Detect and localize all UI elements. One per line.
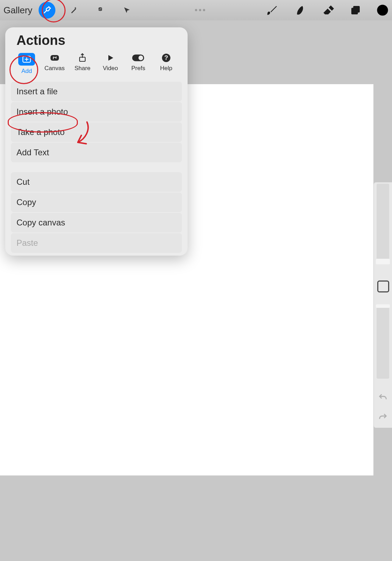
smudge-icon [294, 4, 306, 16]
actions-popover: Actions Add Canvas Share [5, 27, 188, 256]
gallery-button[interactable]: Gallery [4, 5, 32, 16]
action-copy-canvas[interactable]: Copy canvas [11, 213, 182, 232]
redo-button[interactable] [378, 412, 388, 424]
top-left-tools [39, 2, 135, 19]
tab-label: Help [160, 65, 172, 72]
actions-button[interactable] [39, 2, 55, 19]
tab-label: Share [75, 65, 90, 72]
adjustments-button[interactable] [65, 2, 82, 19]
add-image-icon [18, 53, 35, 66]
actions-list: Insert a file Insert a photo Take a phot… [5, 82, 188, 253]
selection-button[interactable] [92, 2, 109, 19]
tab-add[interactable]: Add [14, 53, 39, 75]
action-take-photo[interactable]: Take a photo [11, 122, 182, 142]
tab-prefs[interactable]: Prefs [126, 53, 150, 75]
transform-button[interactable] [119, 2, 135, 19]
layers-icon [350, 5, 361, 16]
tab-label: Video [103, 65, 118, 72]
svg-point-2 [377, 5, 388, 15]
top-right-tools [266, 4, 388, 16]
question-icon: ? [160, 53, 173, 63]
svg-text:?: ? [164, 54, 168, 61]
action-insert-photo[interactable]: Insert a photo [11, 102, 182, 122]
smudge-button[interactable] [294, 4, 306, 16]
eraser-button[interactable] [322, 4, 334, 16]
tab-label: Add [21, 68, 32, 75]
undo-icon [378, 393, 388, 403]
tab-label: Canvas [45, 65, 65, 72]
tab-label: Prefs [131, 65, 146, 72]
brush-button[interactable] [266, 4, 278, 16]
color-circle-icon [377, 4, 388, 16]
toggle-icon [132, 53, 144, 63]
modify-handle[interactable]: ••• [135, 5, 266, 15]
popover-title: Actions [5, 32, 188, 53]
canvas-crop-icon [48, 53, 61, 63]
undo-button[interactable] [378, 393, 388, 404]
tab-video[interactable]: Video [98, 53, 123, 75]
tab-share[interactable]: Share [70, 53, 95, 75]
cursor-arrow-icon [123, 6, 131, 14]
layers-button[interactable] [350, 5, 361, 16]
app-root: Gallery ••• [0, 0, 392, 561]
eraser-icon [322, 4, 334, 16]
magic-wand-icon [69, 6, 78, 14]
action-cut[interactable]: Cut [11, 172, 182, 192]
top-toolbar: Gallery ••• [0, 0, 392, 20]
modify-button[interactable] [377, 280, 389, 292]
paintbrush-icon [266, 4, 278, 16]
action-copy[interactable]: Copy [11, 192, 182, 212]
svg-rect-1 [353, 6, 360, 13]
svg-point-7 [138, 55, 143, 60]
brush-size-slider[interactable] [377, 184, 389, 264]
actions-tab-row: Add Canvas Share Video [5, 53, 188, 78]
color-button[interactable] [377, 4, 388, 16]
redo-icon [378, 412, 388, 422]
share-icon [76, 53, 89, 63]
svg-rect-4 [50, 55, 59, 61]
right-sidebar [374, 182, 392, 428]
slider-thumb[interactable] [376, 259, 390, 264]
action-insert-file[interactable]: Insert a file [11, 82, 182, 101]
play-icon [104, 53, 117, 63]
slider-thumb[interactable] [376, 304, 390, 308]
tab-help[interactable]: ? Help [154, 53, 178, 75]
tab-canvas[interactable]: Canvas [42, 53, 67, 75]
wrench-icon [42, 6, 52, 15]
list-separator [11, 162, 182, 171]
selection-s-icon [96, 6, 104, 14]
action-add-text[interactable]: Add Text [11, 143, 182, 162]
action-paste: Paste [11, 233, 182, 253]
brush-opacity-slider[interactable] [377, 305, 389, 379]
